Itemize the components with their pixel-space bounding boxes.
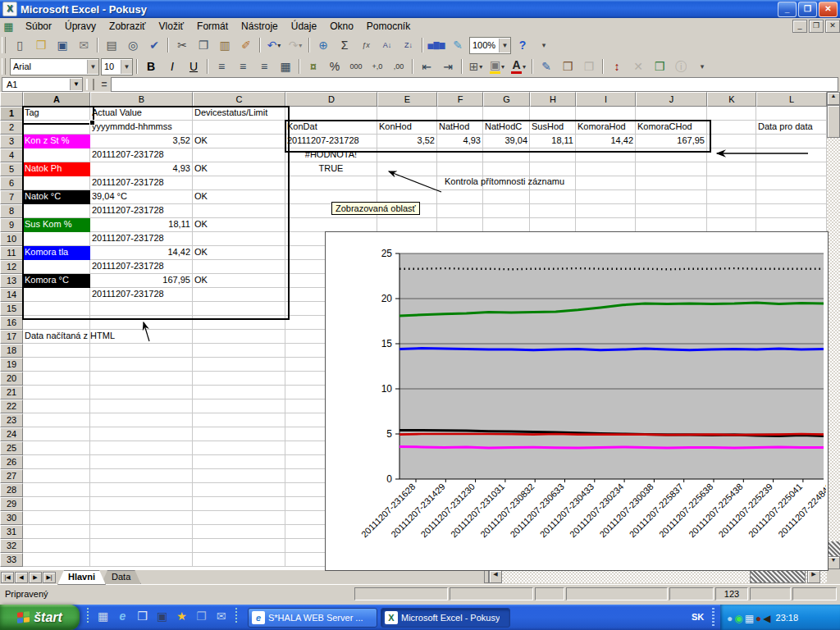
horizontal-scroll-thumb[interactable] — [750, 570, 806, 583]
row-header-18[interactable]: 18 — [0, 344, 23, 358]
custom-edit-button[interactable]: ✎ — [536, 57, 556, 75]
cell-F9[interactable] — [437, 218, 483, 232]
cell-H6[interactable] — [530, 176, 576, 190]
cell-L1[interactable] — [756, 107, 827, 121]
cell-F1[interactable] — [437, 107, 483, 121]
cell-C18[interactable] — [193, 344, 285, 358]
column-header-I[interactable]: I — [576, 92, 636, 107]
cell-I6[interactable] — [576, 176, 636, 190]
underline-button[interactable]: U — [184, 57, 203, 75]
row-header-19[interactable]: 19 — [0, 358, 23, 372]
toolbar-grip[interactable] — [2, 58, 6, 75]
cell-A24[interactable] — [23, 427, 90, 441]
row-header-30[interactable]: 30 — [0, 511, 23, 525]
row-header-8[interactable]: 8 — [0, 204, 23, 218]
percent-button[interactable]: % — [325, 57, 345, 75]
fill-color-dropdown-icon[interactable]: ▾ — [501, 63, 504, 71]
column-header-K[interactable]: K — [707, 92, 756, 107]
cell-A28[interactable] — [23, 483, 90, 497]
cell-A10[interactable] — [23, 232, 90, 246]
column-header-D[interactable]: D — [285, 92, 377, 107]
cell-A18[interactable] — [23, 344, 90, 358]
cell-B8[interactable]: 20111207-231728 — [90, 204, 193, 218]
tray-volume-icon[interactable]: ◀ — [763, 613, 770, 624]
column-header-L[interactable]: L — [756, 92, 827, 107]
cell-J9[interactable] — [636, 218, 707, 232]
tray-green-icon[interactable]: ◉ — [734, 613, 742, 624]
cell-K5[interactable] — [707, 162, 756, 176]
cell-I5[interactable] — [576, 162, 636, 176]
merge-center-button[interactable]: ▦ — [276, 57, 295, 75]
email-button[interactable]: ✉ — [74, 36, 94, 54]
cell-J6[interactable] — [636, 176, 707, 190]
cell-B12[interactable]: 20111207-231728 — [90, 260, 193, 274]
cell-A15[interactable] — [23, 302, 90, 316]
drawing-button[interactable]: ✎ — [448, 36, 468, 54]
cell-B21[interactable] — [90, 386, 193, 399]
chart-wizard-button[interactable]: ▅▇▆ — [427, 36, 446, 54]
cell-G6[interactable] — [483, 176, 530, 190]
tray-red-icon[interactable]: ● — [756, 613, 761, 624]
language-indicator[interactable]: SK — [692, 612, 704, 622]
restore-button[interactable]: ❐ — [798, 2, 817, 17]
cell-F3[interactable]: 4,93 — [437, 135, 483, 148]
cell-G3[interactable]: 39,04 — [483, 135, 530, 148]
cell-E6[interactable] — [377, 176, 437, 190]
cell-C19[interactable] — [193, 358, 285, 372]
cell-A1[interactable]: Tag — [23, 107, 90, 121]
cell-L8[interactable] — [756, 204, 827, 218]
cell-I4[interactable] — [576, 148, 636, 162]
cell-A29[interactable] — [23, 497, 90, 511]
cell-E4[interactable] — [377, 148, 437, 162]
row-header-31[interactable]: 31 — [0, 525, 23, 539]
cell-J4[interactable] — [636, 148, 707, 162]
row-header-23[interactable]: 23 — [0, 413, 23, 427]
cell-I9[interactable] — [576, 218, 636, 232]
align-center-button[interactable]: ≡ — [233, 57, 253, 75]
minimize-button[interactable]: _ — [778, 2, 797, 17]
fill-color-button[interactable]: ▣▾ — [487, 57, 507, 75]
quicklaunch-floppy-icon[interactable]: ▣ — [155, 609, 169, 623]
menu-item-1[interactable]: Úpravy — [58, 19, 103, 34]
scroll-right-button[interactable]: ▶ — [807, 570, 820, 583]
cell-C21[interactable] — [193, 386, 285, 399]
cell-G2[interactable]: NatHodC — [483, 121, 530, 135]
row-header-24[interactable]: 24 — [0, 427, 23, 441]
cell-I3[interactable]: 14,42 — [576, 135, 636, 148]
formula-input[interactable] — [111, 77, 838, 92]
cell-B3[interactable]: 3,52 — [90, 135, 193, 148]
paste-function-button[interactable]: ƒx — [356, 36, 376, 54]
cell-B31[interactable] — [90, 525, 193, 539]
cell-C31[interactable] — [193, 525, 285, 539]
cell-K1[interactable] — [707, 107, 756, 121]
vertical-scroll-thumb[interactable] — [827, 105, 840, 138]
cell-B6[interactable]: 20111207-231728 — [90, 176, 193, 190]
cell-C3[interactable]: OK — [193, 135, 285, 148]
font-dropdown-icon[interactable]: ▼ — [87, 60, 98, 74]
row-header-20[interactable]: 20 — [0, 372, 23, 386]
cell-C32[interactable] — [193, 539, 285, 553]
cell-G9[interactable] — [483, 218, 530, 232]
column-header-E[interactable]: E — [377, 92, 437, 107]
custom-refresh-button[interactable]: ↕ — [607, 57, 627, 75]
cell-B1[interactable]: Actual Value — [90, 107, 193, 121]
cell-C17[interactable] — [193, 330, 285, 344]
row-header-21[interactable]: 21 — [0, 386, 23, 399]
cell-B17[interactable] — [90, 330, 193, 344]
print-preview-button[interactable]: ◎ — [123, 36, 143, 54]
row-header-26[interactable]: 26 — [0, 455, 23, 469]
cell-C27[interactable] — [193, 469, 285, 483]
cell-C11[interactable]: OK — [193, 246, 285, 260]
cell-C15[interactable] — [193, 302, 285, 316]
start-button[interactable]: štart — [0, 605, 80, 630]
cell-C33[interactable] — [193, 553, 285, 567]
cell-C24[interactable] — [193, 427, 285, 441]
cell-A8[interactable] — [23, 204, 90, 218]
comma-style-button[interactable]: 000 — [346, 57, 366, 75]
chart-object[interactable]: 051015202520111207-23162820111207-231429… — [325, 231, 829, 571]
menu-item-3[interactable]: Vložiť — [153, 19, 191, 34]
cell-A27[interactable] — [23, 469, 90, 483]
cell-K6[interactable] — [707, 176, 756, 190]
cell-C13[interactable]: OK — [193, 274, 285, 288]
cell-A26[interactable] — [23, 455, 90, 469]
